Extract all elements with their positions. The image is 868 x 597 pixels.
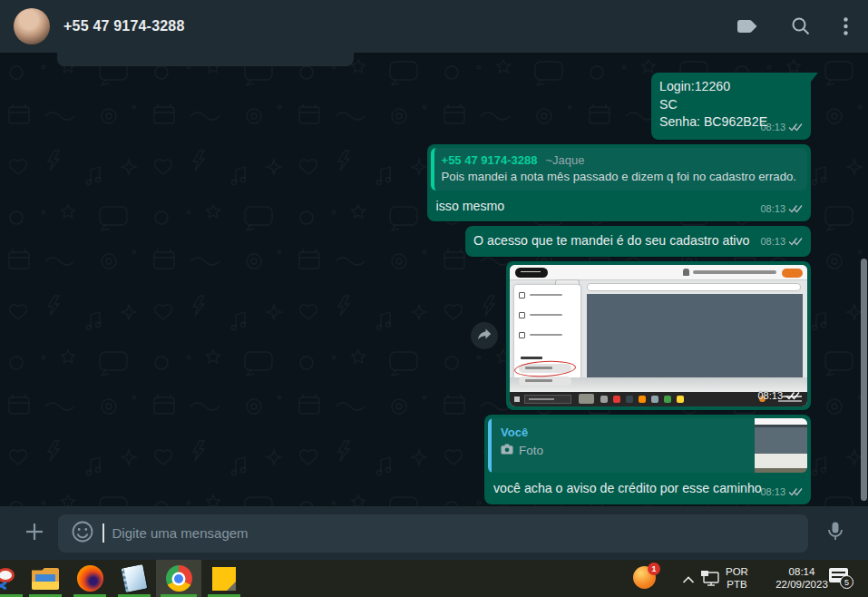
message-meta: 08:13 — [757, 388, 800, 403]
mock-section-header — [521, 357, 542, 359]
mock-taskbar-search — [524, 395, 571, 404]
mock-start-icon — [514, 396, 520, 402]
taskbar-snipping-tool[interactable] — [0, 560, 27, 597]
search-button[interactable] — [791, 16, 811, 36]
windows-taskbar: 1 POR PTB 08:14 22/09/2023 5 — [0, 560, 868, 597]
outgoing-message-with-photo-quote[interactable]: Você Foto você acha o aviso de crédito p… — [484, 415, 811, 504]
read-receipt-icon — [788, 201, 803, 216]
mock-user-name-text — [693, 270, 776, 274]
voice-message-button[interactable] — [817, 515, 853, 552]
outgoing-image-message[interactable]: 08:13 — [506, 261, 811, 410]
message-time: 08:13 — [757, 390, 783, 401]
mock-menu-item — [519, 292, 573, 299]
file-explorer-icon — [32, 568, 59, 590]
action-center-button[interactable]: 5 — [829, 568, 851, 586]
message-list: Login:12260 SC Senha: BC962B2E 08:13 +55… — [0, 53, 868, 506]
emoji-smiley-icon — [71, 520, 94, 546]
message-time: 08:13 — [760, 236, 785, 247]
notification-count-badge: 5 — [840, 575, 853, 589]
firefox-icon — [77, 565, 103, 592]
message-text: Login:12260 — [659, 78, 803, 96]
tray-network[interactable] — [700, 570, 720, 589]
chat-header: +55 47 9174-3288 — [0, 0, 868, 53]
notepad-icon — [122, 564, 148, 592]
message-input[interactable]: Digite uma mensagem — [58, 514, 808, 553]
message-meta: 08:13 — [760, 201, 803, 216]
chat-scrollbar-thumb[interactable] — [861, 259, 867, 501]
message-composer: Digite uma mensagem — [0, 506, 868, 560]
label-button[interactable] — [736, 19, 758, 34]
outgoing-message-credentials[interactable]: Login:12260 SC Senha: BC962B2E 08:13 — [651, 73, 811, 140]
read-receipt-icon — [788, 234, 803, 249]
plus-icon — [24, 522, 44, 544]
mock-menu-item — [519, 332, 573, 339]
microphone-icon — [826, 521, 844, 545]
contact-avatar[interactable] — [14, 8, 50, 44]
quoted-photo-message[interactable]: Você Foto — [488, 418, 807, 473]
message-meta: 08:13 — [760, 484, 803, 499]
taskbar-chrome-active[interactable] — [156, 560, 201, 597]
outgoing-message-text[interactable]: O acesso que te mandei é do seu cadastro… — [465, 226, 811, 257]
input-placeholder: Digite uma mensagem — [112, 525, 249, 541]
taskbar-sticky-notes[interactable] — [203, 560, 245, 597]
notification-icon: 5 — [829, 568, 851, 586]
menu-button[interactable] — [844, 17, 848, 35]
read-receipt-icon — [785, 388, 800, 403]
attach-button[interactable] — [16, 515, 53, 552]
mock-logout-button — [782, 269, 803, 278]
forward-button[interactable] — [471, 322, 498, 349]
message-time: 08:13 — [760, 203, 785, 214]
forward-arrow-icon — [477, 328, 492, 343]
screenshot-image[interactable]: 08:13 — [510, 265, 807, 406]
quote-header: +55 47 9174-3288 ~Jaque — [442, 153, 796, 167]
quote-author: Você — [501, 426, 746, 439]
read-receipt-icon — [788, 120, 803, 134]
whatsapp-desktop-window: +55 47 9174-3288 — [0, 0, 868, 597]
message-time: 08:13 — [760, 122, 785, 132]
search-icon — [791, 16, 811, 36]
message-meta: 08:13 — [760, 120, 803, 134]
mock-search-bar — [587, 283, 801, 291]
mock-app-icon — [613, 396, 620, 403]
taskbar-file-explorer[interactable] — [24, 560, 66, 597]
quote-media-row: Foto — [501, 444, 746, 457]
quote-author: +55 47 9174-3288 — [442, 153, 538, 167]
tray-alert-app[interactable]: 1 — [633, 566, 656, 589]
mock-user-icon — [683, 269, 689, 276]
mock-app-icon — [600, 396, 608, 403]
tray-show-hidden-icons[interactable] — [682, 573, 695, 587]
taskbar-notepad[interactable] — [113, 560, 155, 597]
read-receipt-icon — [788, 484, 803, 499]
label-icon — [736, 19, 758, 34]
image-message-row: 08:13 — [471, 261, 811, 410]
chrome-icon — [166, 565, 192, 592]
taskbar-firefox[interactable] — [69, 560, 111, 597]
quote-content: Você Foto — [492, 418, 755, 473]
mock-app-icon — [626, 396, 633, 403]
snipping-tool-icon — [0, 567, 18, 591]
mock-app-icon — [664, 396, 671, 403]
mock-report-item — [519, 377, 571, 386]
network-icon — [700, 575, 720, 589]
emoji-button[interactable] — [71, 520, 94, 546]
message-time: 08:13 — [760, 486, 785, 497]
message-text: SC — [659, 96, 803, 114]
message-text: O acesso que te mandei é do seu cadastro… — [473, 231, 749, 250]
contact-name[interactable]: +55 47 9174-3288 — [63, 18, 185, 34]
mock-content-pane — [587, 294, 803, 377]
mock-menu-item — [519, 312, 573, 319]
chevron-up-icon — [682, 573, 695, 587]
quote-media-label: Foto — [519, 444, 543, 457]
tray-language-indicator[interactable]: POR PTB — [726, 565, 748, 591]
messages-column: Login:12260 SC Senha: BC962B2E 08:13 +55… — [0, 53, 868, 506]
outgoing-message-with-quote[interactable]: +55 47 9174-3288 ~Jaque Pois mandei a no… — [427, 144, 811, 221]
header-actions — [736, 16, 848, 36]
quoted-message[interactable]: +55 47 9174-3288 ~Jaque Pois mandei a no… — [431, 148, 807, 191]
camera-icon — [501, 444, 513, 457]
message-meta: 08:13 — [760, 234, 803, 249]
menu-kebab-icon — [844, 17, 848, 35]
quote-author-suffix: ~Jaque — [545, 153, 584, 167]
mock-app-logo — [515, 268, 548, 278]
mock-taskbar-widget — [579, 394, 594, 404]
quote-photo-thumbnail — [755, 418, 807, 473]
